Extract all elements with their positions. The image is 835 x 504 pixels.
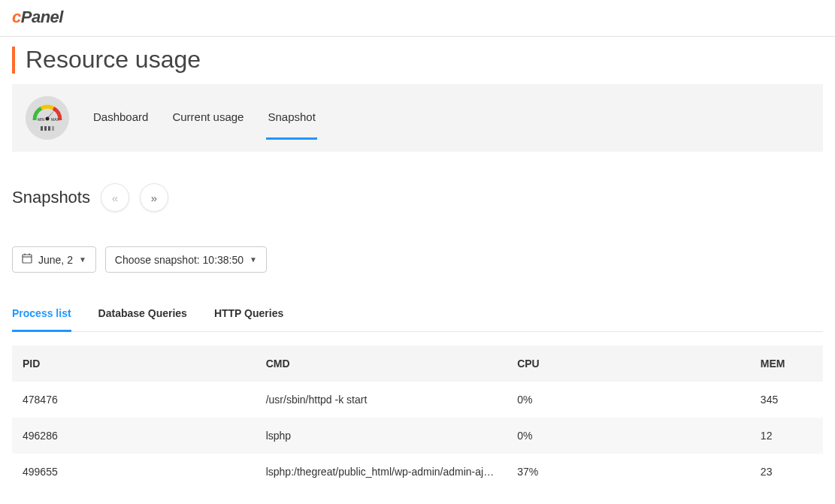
svg-rect-5 [41, 126, 43, 131]
svg-text:MIN: MIN [38, 117, 45, 122]
cell-mem: 12 [750, 418, 823, 454]
top-bar: cPanel [0, 0, 835, 37]
nav-tab-snapshot[interactable]: Snapshot [266, 96, 316, 140]
nav-tabs: Dashboard Current usage Snapshot [92, 96, 317, 140]
cell-mem: 23 [750, 454, 823, 490]
th-pid[interactable]: PID [12, 346, 256, 382]
table-row: 496286 lsphp 0% 12 [12, 418, 823, 454]
cell-pid: 499655 [12, 454, 256, 490]
svg-rect-8 [52, 126, 54, 131]
next-snapshot-button[interactable]: » [140, 183, 168, 212]
cell-mem: 345 [750, 382, 823, 418]
prev-snapshot-button[interactable]: « [101, 183, 129, 212]
th-cmd[interactable]: CMD [256, 346, 507, 382]
sub-tab-http-queries[interactable]: HTTP Queries [214, 298, 283, 332]
nav-card: MIN MAX Dashboard Current usage Snapshot [12, 84, 823, 152]
svg-rect-9 [23, 255, 32, 263]
caret-down-icon: ▼ [79, 255, 86, 264]
snapshots-header-row: Snapshots « » [12, 183, 823, 212]
cell-cpu: 0% [507, 382, 750, 418]
controls-row: June, 2 ▼ Choose snapshot: 10:38:50 ▼ [12, 246, 823, 273]
cell-pid: 496286 [12, 418, 256, 454]
svg-text:MAX: MAX [51, 117, 60, 122]
svg-point-4 [46, 117, 50, 121]
page-content: Resource usage MIN MAX Dashboard Current… [0, 37, 835, 502]
cell-cpu: 0% [507, 418, 750, 454]
table-row: 499655 lsphp:/thegreat/public_html/wp-ad… [12, 454, 823, 490]
cell-pid: 478476 [12, 382, 256, 418]
page-title: Resource usage [26, 46, 201, 74]
chevron-right-double-icon: » [151, 192, 157, 204]
gauge-icon: MIN MAX [26, 96, 69, 140]
cpanel-logo: cPanel [12, 8, 63, 26]
th-mem[interactable]: MEM [750, 346, 823, 382]
cell-cmd: lsphp [256, 418, 507, 454]
cell-cmd: lsphp:/thegreat/public_html/wp-admin/adm… [256, 454, 507, 490]
sub-tab-process-list[interactable]: Process list [12, 298, 71, 332]
svg-rect-6 [44, 126, 47, 131]
table-row: 478476 /usr/sbin/httpd -k start 0% 345 [12, 382, 823, 418]
date-picker-button[interactable]: June, 2 ▼ [12, 246, 96, 273]
caret-down-icon: ▼ [250, 255, 257, 264]
process-table-wrap: PID CMD CPU MEM 478476 /usr/sbin/httpd -… [12, 346, 823, 490]
page-title-row: Resource usage [12, 46, 823, 74]
title-accent-bar [12, 47, 15, 74]
process-table: PID CMD CPU MEM 478476 /usr/sbin/httpd -… [12, 346, 823, 490]
logo-panel: Panel [21, 8, 63, 26]
snapshot-picker-label: Choose snapshot: 10:38:50 [115, 254, 244, 266]
logo-c: c [12, 8, 21, 26]
chevron-left-double-icon: « [112, 192, 118, 204]
cell-cmd: /usr/sbin/httpd -k start [256, 382, 507, 418]
snapshots-title: Snapshots [12, 188, 90, 207]
sub-tabs: Process list Database Queries HTTP Queri… [12, 298, 823, 332]
cell-cpu: 37% [507, 454, 750, 490]
sub-tab-database-queries[interactable]: Database Queries [98, 298, 187, 332]
th-cpu[interactable]: CPU [507, 346, 750, 382]
nav-tab-current-usage[interactable]: Current usage [171, 96, 245, 140]
table-header-row: PID CMD CPU MEM [12, 346, 823, 382]
svg-rect-7 [48, 126, 50, 131]
date-picker-label: June, 2 [38, 254, 73, 266]
snapshot-picker-button[interactable]: Choose snapshot: 10:38:50 ▼ [105, 246, 267, 273]
calendar-icon [22, 253, 32, 266]
nav-tab-dashboard[interactable]: Dashboard [92, 96, 150, 140]
